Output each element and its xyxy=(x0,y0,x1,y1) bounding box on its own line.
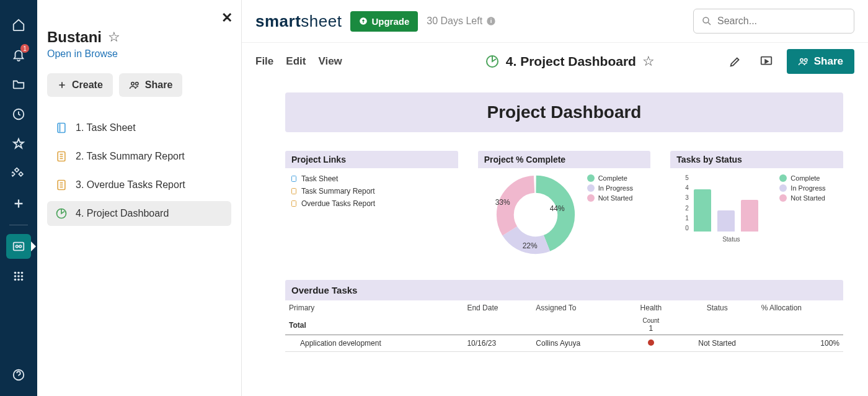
col-assigned-to[interactable]: Assigned To xyxy=(532,300,625,315)
bar-complete xyxy=(694,189,711,232)
col-health[interactable]: Health xyxy=(625,300,676,315)
dashboard-icon xyxy=(55,207,68,220)
widget-tasks-by-status: Tasks by Status 543210 Status xyxy=(670,151,843,261)
rail-recents[interactable] xyxy=(6,102,31,127)
svg-point-26 xyxy=(800,59,804,62)
col-allocation[interactable]: % Allocation xyxy=(758,300,843,315)
share-button[interactable]: Share xyxy=(787,49,854,74)
health-dot-icon xyxy=(648,340,654,346)
widget-overdue-tasks: Overdue Tasks Primary End Date Assigned … xyxy=(285,280,843,352)
star-icon[interactable]: ☆ xyxy=(642,53,655,70)
people-icon xyxy=(129,79,140,91)
caret-icon xyxy=(31,241,36,251)
open-in-browse-link[interactable]: Open in Browse xyxy=(47,48,231,60)
cell-status: Not Started xyxy=(677,335,758,352)
panel-close-button[interactable]: ✕ xyxy=(221,10,232,26)
panel-item-summary-report[interactable]: 2. Task Summary Report xyxy=(47,144,231,169)
rail-help[interactable] xyxy=(6,362,31,387)
panel-item-task-sheet[interactable]: 1. Task Sheet xyxy=(47,115,231,140)
slice-label-inprogress: 22% xyxy=(523,241,538,250)
link-task-sheet[interactable]: Task Sheet xyxy=(290,174,453,183)
svg-rect-29 xyxy=(292,189,296,194)
svg-point-3 xyxy=(19,245,22,248)
pie-legend: Complete In Progress Not Started xyxy=(587,174,633,202)
svg-point-27 xyxy=(804,59,807,62)
people-icon xyxy=(798,56,809,67)
col-end-date[interactable]: End Date xyxy=(463,300,532,315)
svg-point-11 xyxy=(17,279,20,281)
panel-item-project-dashboard[interactable]: 4. Project Dashboard xyxy=(47,201,231,226)
trial-days-left: 30 Days Left i xyxy=(427,16,496,27)
info-icon[interactable]: i xyxy=(486,16,496,26)
svg-point-4 xyxy=(14,272,17,274)
panel-item-label: 1. Task Sheet xyxy=(76,122,136,133)
cell-end-date: 10/16/23 xyxy=(463,335,532,352)
search-box[interactable] xyxy=(693,9,854,34)
col-primary[interactable]: Primary xyxy=(285,300,463,315)
table-row[interactable]: Application development 10/16/23 Collins… xyxy=(285,335,843,352)
x-axis-label: Status xyxy=(694,236,768,243)
svg-point-12 xyxy=(21,279,24,281)
panel-item-overdue-report[interactable]: 3. Overdue Tasks Report xyxy=(47,173,231,197)
table-total-row: Total Count1 xyxy=(285,315,843,335)
document-title: 4. Project Dashboard xyxy=(506,54,636,69)
link-summary-report[interactable]: Task Summary Report xyxy=(290,187,453,196)
y-axis: 543210 xyxy=(685,174,689,232)
menu-file[interactable]: File xyxy=(255,55,273,68)
topbar: smartsheet Upgrade 30 Days Left i xyxy=(242,0,868,43)
star-icon[interactable]: ☆ xyxy=(108,29,120,45)
svg-point-23 xyxy=(703,17,709,23)
table-header-row: Primary End Date Assigned To Health Stat… xyxy=(285,300,843,315)
rail-folder[interactable] xyxy=(6,72,31,97)
panel-share-button[interactable]: Share xyxy=(119,73,182,97)
donut-chart: 44% 22% 33% xyxy=(495,174,576,255)
widget-pct-complete: Project % Complete 44% 22% 33% xyxy=(478,151,651,261)
panel-item-label: 3. Overdue Tasks Report xyxy=(76,179,185,191)
rail-favorites[interactable] xyxy=(6,132,31,156)
rail-resource-management[interactable] xyxy=(6,234,31,259)
report-icon xyxy=(290,187,298,195)
dashboard-icon xyxy=(485,54,500,69)
widget-title: Overdue Tasks xyxy=(285,280,843,300)
upgrade-label: Upgrade xyxy=(371,16,409,27)
cell-alloc: 100% xyxy=(758,335,843,352)
svg-rect-16 xyxy=(58,124,65,133)
rail-add[interactable] xyxy=(6,191,31,216)
bar-chart: 543210 Status xyxy=(675,174,768,243)
rail-notifications[interactable]: 1 xyxy=(6,42,31,67)
left-rail: 1 xyxy=(0,0,37,396)
menu-edit[interactable]: Edit xyxy=(286,55,306,68)
cell-health xyxy=(625,335,676,352)
svg-point-9 xyxy=(21,275,24,277)
widget-title: Project % Complete xyxy=(478,151,651,168)
rail-apps-grid[interactable] xyxy=(6,264,31,289)
create-button[interactable]: Create xyxy=(47,73,113,97)
present-button[interactable] xyxy=(756,51,777,72)
bar-notstarted xyxy=(741,200,758,232)
notification-badge: 1 xyxy=(20,44,29,53)
svg-rect-28 xyxy=(292,176,296,182)
bar-inprogress xyxy=(717,210,735,232)
svg-point-15 xyxy=(135,83,138,86)
brand-logo[interactable]: smartsheet xyxy=(255,12,342,31)
panel-item-list: 1. Task Sheet 2. Task Summary Report 3. … xyxy=(47,115,231,226)
svg-point-6 xyxy=(21,272,24,274)
slice-label-notstarted: 33% xyxy=(495,198,510,207)
svg-point-2 xyxy=(16,245,18,248)
upgrade-button[interactable]: Upgrade xyxy=(350,11,418,32)
edit-button[interactable] xyxy=(725,51,746,72)
up-arrow-icon xyxy=(359,17,368,25)
rail-home[interactable] xyxy=(6,12,31,37)
col-status[interactable]: Status xyxy=(677,300,758,315)
link-overdue-report[interactable]: Overdue Tasks Report xyxy=(290,199,453,208)
share-label: Share xyxy=(814,55,843,68)
svg-point-10 xyxy=(14,279,17,281)
search-input[interactable] xyxy=(717,16,846,27)
report-icon xyxy=(55,150,68,163)
menu-view[interactable]: View xyxy=(318,55,342,68)
widget-project-links: Project Links Task Sheet Task Summary Re… xyxy=(285,151,458,261)
cell-assigned: Collins Ayuya xyxy=(532,335,625,352)
slice-label-complete: 44% xyxy=(550,204,565,213)
widget-title: Tasks by Status xyxy=(670,151,843,168)
rail-workapps[interactable] xyxy=(6,161,31,186)
